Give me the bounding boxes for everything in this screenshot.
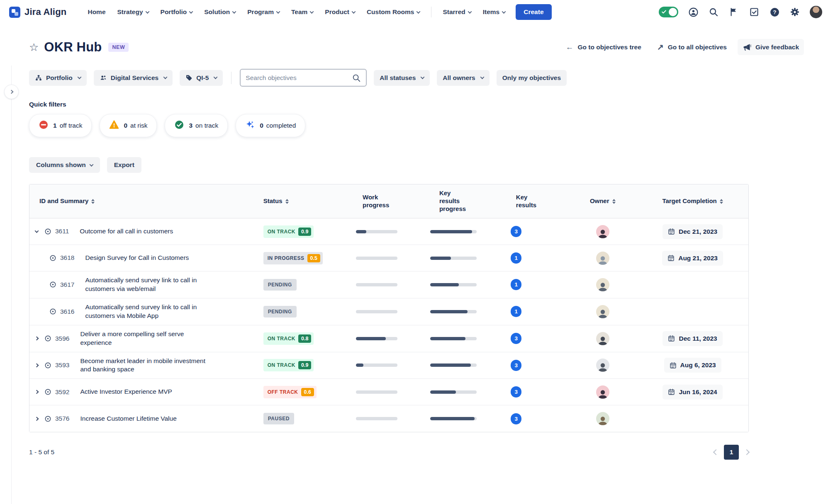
objective-id[interactable]: 3593	[55, 361, 69, 369]
search-icon[interactable]	[708, 7, 719, 17]
owner-avatar[interactable]	[596, 278, 609, 291]
key-results-count-badge[interactable]: 3	[511, 413, 521, 424]
objective-title[interactable]: Automatically send survey link to call i…	[85, 276, 214, 293]
nav-item-custom-rooms[interactable]: Custom Rooms	[362, 5, 425, 19]
nav-item-starred[interactable]: Starred	[438, 5, 475, 19]
flag-icon[interactable]	[728, 7, 739, 17]
owner-avatar[interactable]	[596, 359, 609, 372]
column-header-key-results-progress[interactable]: Key results progress	[415, 184, 492, 218]
objective-row[interactable]: 3618 Design Survey for Call in Customers…	[29, 245, 748, 271]
column-header-target-completion[interactable]: Target Completion	[637, 184, 748, 218]
jira-align-logo[interactable]: Jira Align	[9, 7, 66, 18]
owner-avatar[interactable]	[596, 252, 609, 265]
nav-right-icons: ?	[659, 6, 822, 18]
search-objectives-input[interactable]	[246, 74, 352, 82]
gear-icon[interactable]	[789, 7, 800, 17]
period-filter-dropdown[interactable]: QI-5	[180, 70, 223, 86]
objective-title[interactable]: Automatically send survey link to call i…	[85, 303, 214, 320]
nav-item-strategy[interactable]: Strategy	[113, 5, 153, 19]
sort-icon[interactable]	[285, 199, 289, 204]
nav-item-program[interactable]: Program	[243, 5, 284, 19]
columns-shown-dropdown[interactable]: Columns shown	[29, 157, 100, 173]
create-button[interactable]: Create	[516, 4, 551, 20]
objective-title[interactable]: Become market leader in mobile investmen…	[80, 357, 209, 374]
export-button[interactable]: Export	[107, 157, 141, 173]
objective-id[interactable]: 3596	[55, 335, 69, 342]
sort-icon[interactable]	[720, 199, 723, 204]
search-icon[interactable]	[352, 73, 361, 82]
objective-row[interactable]: 3611 Outcome for all call in customers O…	[29, 218, 748, 245]
row-expand-chevron[interactable]	[35, 390, 44, 393]
next-page-button[interactable]	[744, 449, 750, 455]
column-header-owner[interactable]: Owner	[568, 184, 637, 218]
status-filter-dropdown[interactable]: All statuses	[374, 70, 430, 86]
objective-title[interactable]: Increase Customer Lifetime Value	[80, 414, 176, 423]
only-my-objectives-button[interactable]: Only my objectives	[497, 70, 567, 86]
owner-avatar[interactable]	[596, 385, 609, 399]
objective-id[interactable]: 3592	[55, 388, 69, 396]
sort-icon[interactable]	[612, 199, 616, 204]
objective-id[interactable]: 3616	[60, 308, 74, 315]
key-results-count-badge[interactable]: 3	[511, 386, 521, 397]
owner-avatar[interactable]	[596, 225, 609, 238]
program-filter-dropdown[interactable]: Digital Services	[94, 70, 173, 86]
go-to-objectives-tree-link[interactable]: ← Go to objectives tree	[561, 39, 646, 55]
key-results-count-badge[interactable]: 1	[511, 279, 521, 290]
owner-avatar[interactable]	[596, 412, 609, 425]
key-results-progress-bar	[430, 230, 477, 233]
owner-avatar[interactable]	[596, 305, 609, 318]
quick-filter-completed[interactable]: 0 completed	[236, 114, 305, 137]
row-expand-chevron[interactable]	[35, 337, 44, 340]
row-expand-chevron[interactable]	[35, 417, 44, 420]
page-number-button[interactable]: 1	[724, 445, 739, 460]
objective-id[interactable]: 3611	[55, 228, 69, 235]
nav-item-team[interactable]: Team	[287, 5, 318, 19]
owner-avatar[interactable]	[596, 332, 609, 345]
nav-item-items[interactable]: Items	[478, 5, 510, 19]
objective-row[interactable]: 3616 Automatically send survey link to c…	[29, 298, 748, 325]
key-results-count-badge[interactable]: 3	[511, 226, 521, 237]
objective-title[interactable]: Design Survey for Call in Customers	[85, 254, 189, 262]
objective-id[interactable]: 3576	[55, 415, 69, 422]
nav-item-product[interactable]: Product	[320, 5, 360, 19]
objective-row[interactable]: 3596 Deliver a more compelling self serv…	[29, 325, 748, 352]
key-results-count-badge[interactable]: 3	[511, 333, 521, 344]
objective-id[interactable]: 3618	[60, 254, 74, 262]
sidebar-expand-button[interactable]	[4, 85, 19, 99]
column-header-work-progress[interactable]: Work progress	[339, 184, 415, 218]
column-header-id-and-summary[interactable]: ID and Summary	[29, 184, 245, 218]
user-avatar[interactable]	[810, 6, 822, 18]
give-feedback-button[interactable]: Give feedback	[738, 39, 804, 55]
objective-row[interactable]: 3592 Active Investor Experience MVP OFF …	[29, 379, 748, 405]
star-icon[interactable]: ☆	[29, 42, 39, 53]
owner-filter-dropdown[interactable]: All owners	[437, 70, 489, 86]
objective-title[interactable]: Active Investor Experience MVP	[80, 388, 172, 396]
row-expand-chevron[interactable]	[35, 364, 44, 367]
key-results-count-badge[interactable]: 3	[511, 360, 521, 371]
objective-id[interactable]: 3617	[60, 281, 74, 288]
tasks-icon[interactable]	[749, 7, 760, 17]
row-expand-chevron[interactable]	[35, 230, 44, 233]
objective-row[interactable]: 3593 Become market leader in mobile inve…	[29, 352, 748, 379]
feature-toggle[interactable]	[659, 7, 678, 17]
quick-filter-off-track[interactable]: 1 off track	[29, 114, 92, 137]
column-header-key-results[interactable]: Key results	[492, 184, 568, 218]
previous-page-button[interactable]	[713, 449, 719, 455]
objective-title[interactable]: Deliver a more compelling self serve exp…	[80, 330, 209, 347]
key-results-count-badge[interactable]: 1	[511, 306, 521, 317]
profile-circle-icon[interactable]	[688, 7, 699, 17]
help-icon[interactable]: ?	[769, 7, 780, 17]
go-to-all-objectives-link[interactable]: ↗ Go to all objectives	[652, 39, 732, 55]
quick-filter-at-risk[interactable]: 0 at risk	[100, 114, 157, 137]
portfolio-filter-dropdown[interactable]: Portfolio	[29, 70, 87, 86]
objective-title[interactable]: Outcome for all call in customers	[80, 227, 173, 236]
nav-item-home[interactable]: Home	[83, 5, 110, 19]
key-results-count-badge[interactable]: 1	[511, 252, 521, 264]
column-header-status[interactable]: Status	[245, 184, 339, 218]
quick-filter-on-track[interactable]: 3 on track	[165, 114, 228, 137]
nav-item-solution[interactable]: Solution	[200, 5, 240, 19]
objective-row[interactable]: 3617 Automatically send survey link to c…	[29, 271, 748, 298]
nav-item-portfolio[interactable]: Portfolio	[156, 5, 197, 19]
sort-icon[interactable]	[91, 199, 95, 204]
objective-row[interactable]: 3576 Increase Customer Lifetime Value PA…	[29, 405, 748, 432]
